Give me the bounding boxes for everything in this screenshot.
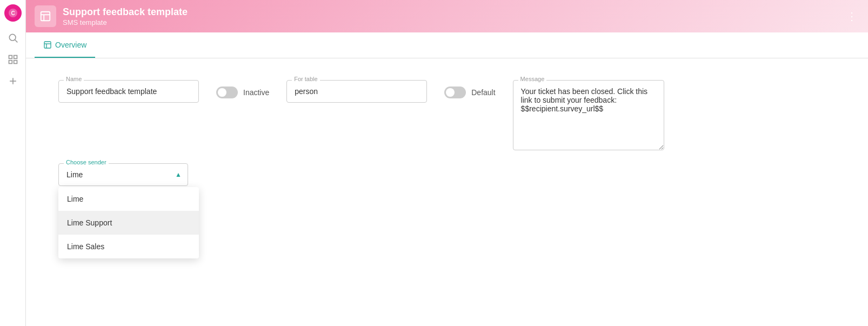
form-row-1: Name Inactive For table Default Message: [58, 80, 836, 150]
sender-select[interactable]: Lime ▲: [58, 163, 188, 186]
page-subtitle: SMS template: [63, 18, 188, 26]
overview-tab-icon: [43, 41, 52, 49]
app-logo[interactable]: C: [4, 4, 22, 22]
svg-rect-5: [14, 56, 17, 59]
sender-dropdown-menu: Lime Lime Support Lime Sales: [58, 187, 199, 258]
svg-line-3: [15, 40, 17, 43]
svg-rect-13: [44, 42, 51, 48]
svg-text:C: C: [11, 10, 15, 16]
tab-overview-label: Overview: [55, 41, 86, 49]
sender-arrow-icon: ▲: [175, 171, 182, 178]
svg-rect-4: [9, 56, 12, 59]
name-input[interactable]: [58, 80, 199, 103]
header-template-icon: [35, 5, 56, 27]
more-options-button[interactable]: ⋮: [844, 8, 859, 25]
message-field-group: Message: [513, 80, 836, 150]
content-area: Name Inactive For table Default Message: [26, 58, 868, 326]
default-toggle-group: Default: [444, 80, 495, 98]
choose-sender-label: Choose sender: [64, 159, 109, 165]
tab-overview[interactable]: Overview: [35, 32, 95, 58]
header-title-group: Support feedback template SMS template: [63, 6, 188, 26]
page-header: Support feedback template SMS template ⋮: [26, 0, 868, 32]
main-area: Support feedback template SMS template ⋮…: [26, 0, 868, 326]
default-label: Default: [471, 88, 495, 97]
dropdown-item-lime-support[interactable]: Lime Support: [58, 211, 199, 235]
tab-bar: Overview: [26, 32, 868, 58]
name-field-group: Name: [58, 80, 199, 103]
sidebar: C: [0, 0, 26, 326]
form-row-2: Choose sender Lime ▲ Lime Lime Support L…: [58, 163, 836, 186]
dropdown-item-lime-sales[interactable]: Lime Sales: [58, 235, 199, 258]
choose-sender-group: Choose sender Lime ▲ Lime Lime Support L…: [58, 163, 188, 186]
page-title: Support feedback template: [63, 6, 188, 18]
add-icon[interactable]: [3, 71, 23, 91]
for-table-field-group: For table: [286, 80, 427, 103]
header-left: Support feedback template SMS template: [35, 5, 188, 27]
dropdown-item-lime[interactable]: Lime: [58, 187, 199, 211]
inactive-toggle[interactable]: [216, 87, 238, 98]
svg-rect-7: [14, 61, 17, 64]
for-table-input[interactable]: [286, 80, 427, 103]
svg-point-2: [9, 34, 16, 41]
inactive-toggle-group: Inactive: [216, 80, 269, 98]
default-toggle[interactable]: [444, 87, 466, 98]
for-table-label: For table: [292, 76, 319, 82]
message-label: Message: [518, 76, 547, 82]
inactive-label: Inactive: [243, 88, 269, 97]
sender-value: Lime: [66, 170, 83, 179]
search-icon[interactable]: [3, 28, 23, 48]
svg-rect-6: [9, 61, 12, 64]
grid-icon[interactable]: [3, 50, 23, 69]
message-textarea[interactable]: [513, 80, 664, 150]
name-label: Name: [64, 76, 84, 82]
svg-rect-10: [41, 12, 50, 21]
